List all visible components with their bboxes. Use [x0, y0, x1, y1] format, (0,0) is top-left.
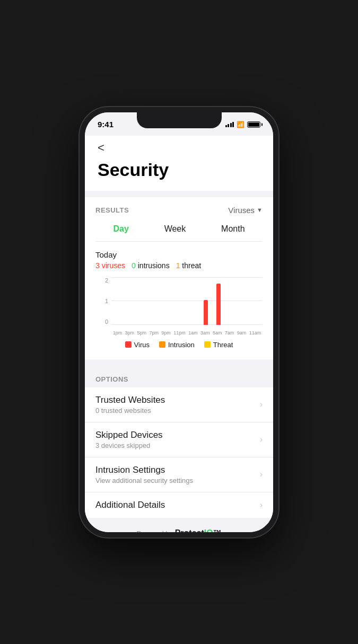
chevron-down-icon: ▼: [257, 207, 263, 213]
legend-threat-label: Threat: [213, 341, 233, 349]
skipped-devices-row[interactable]: Skipped Devices 3 devices skipped ›: [85, 422, 273, 457]
x-label-9: 7am: [225, 330, 234, 336]
results-label: RESULTS: [95, 206, 129, 214]
bar-chart: 2 1 0 1pm3pm5pm7pm9pm11pm1am3am5am7am9am…: [95, 277, 263, 336]
x-label-0: 1pm: [113, 330, 123, 336]
wifi-icon: 📶: [237, 121, 245, 128]
brand-name: ProtectIQ™: [175, 528, 222, 532]
intrusion-stat: 0 intrusions: [132, 261, 170, 270]
x-label-6: 1am: [188, 330, 198, 336]
virus-stat: 3 viruses: [95, 261, 125, 270]
tab-week[interactable]: Week: [159, 222, 191, 236]
tab-month[interactable]: Month: [216, 222, 250, 236]
footer: Powered by ProtectIQ™: [85, 518, 273, 532]
results-card: RESULTS Viruses ▼ Day Week Month Today: [85, 197, 273, 359]
powered-by-text: Powered by: [136, 530, 173, 532]
signal-icon: [225, 121, 234, 127]
bar-7: [204, 300, 208, 325]
page-title: Security: [98, 160, 260, 180]
y-axis-labels: 2 1 0: [95, 277, 110, 325]
additional-details-title: Additional Details: [95, 500, 165, 510]
phone-shell: 9:41 📶 < Security: [80, 107, 278, 537]
bar-slot-0: [111, 277, 124, 325]
skipped-devices-chevron: ›: [260, 435, 263, 444]
screen: 9:41 📶 < Security: [85, 112, 273, 532]
x-label-11: 11am: [249, 330, 261, 336]
threat-stat: 1 threat: [176, 261, 202, 270]
x-label-2: 5pm: [137, 330, 147, 336]
bar-slot-3: [149, 277, 162, 325]
tab-day[interactable]: Day: [108, 222, 134, 236]
legend-intrusion: Intrusion: [159, 341, 195, 349]
chart-legend: Virus Intrusion Threat: [95, 341, 263, 349]
bar-slot-1: [124, 277, 137, 325]
options-section: OPTIONS Trusted Websites 0 trusted websi…: [85, 368, 273, 518]
x-label-5: 11pm: [173, 330, 186, 336]
filter-label: Viruses: [228, 206, 255, 215]
x-label-10: 9am: [237, 330, 247, 336]
bar-slot-2: [137, 277, 150, 325]
today-label: Today: [95, 250, 263, 259]
trusted-websites-content: Trusted Websites 0 trusted websites: [95, 395, 165, 414]
intrusion-settings-title: Intrusion Settings: [95, 465, 193, 475]
bar-slot-11: [250, 277, 263, 325]
bar-slot-9: [225, 277, 238, 325]
notch: [137, 112, 222, 128]
results-header: RESULTS Viruses ▼: [95, 206, 263, 215]
additional-details-chevron: ›: [260, 500, 263, 510]
x-label-1: 3pm: [125, 330, 135, 336]
status-time: 9:41: [98, 119, 113, 129]
legend-threat: Threat: [204, 341, 233, 349]
threat-color-dot: [204, 341, 211, 348]
skipped-devices-content: Skipped Devices 3 devices skipped: [95, 430, 163, 449]
intrusion-settings-content: Intrusion Settings View additional secur…: [95, 465, 193, 484]
options-header: OPTIONS: [85, 368, 273, 387]
x-axis-labels: 1pm3pm5pm7pm9pm11pm1am3am5am7am9am11am: [111, 330, 263, 336]
bar-slot-5: [174, 277, 187, 325]
bar-8: [216, 284, 221, 325]
bar-slot-6: [187, 277, 200, 325]
x-label-4: 9pm: [161, 330, 171, 336]
trusted-websites-row[interactable]: Trusted Websites 0 trusted websites ›: [85, 387, 273, 422]
legend-virus-label: Virus: [134, 341, 150, 349]
trusted-websites-subtitle: 0 trusted websites: [95, 407, 165, 414]
y-label-1: 1: [95, 298, 110, 304]
y-label-0: 0: [95, 319, 110, 325]
status-icons: 📶: [225, 119, 261, 128]
bars-area: [111, 277, 263, 325]
intrusion-settings-subtitle: View additional security settings: [95, 477, 193, 484]
back-button[interactable]: <: [98, 136, 104, 157]
trusted-websites-chevron: ›: [260, 400, 263, 409]
legend-virus: Virus: [125, 341, 150, 349]
y-label-2: 2: [95, 277, 110, 284]
skipped-devices-title: Skipped Devices: [95, 430, 163, 440]
x-label-3: 7pm: [149, 330, 159, 336]
today-stats: 3 viruses 0 intrusions 1 threat: [95, 261, 263, 270]
bar-slot-4: [162, 277, 174, 325]
battery-icon: [247, 121, 260, 128]
skipped-devices-subtitle: 3 devices skipped: [95, 442, 163, 449]
x-label-8: 5am: [213, 330, 222, 336]
intrusion-settings-chevron: ›: [260, 470, 263, 479]
trusted-websites-title: Trusted Websites: [95, 395, 165, 405]
additional-details-row[interactable]: Additional Details ›: [85, 492, 273, 518]
bar-slot-10: [238, 277, 250, 325]
bar-slot-8: [212, 277, 225, 325]
header-section: < Security: [85, 136, 273, 191]
x-label-7: 3am: [200, 330, 210, 336]
filter-dropdown[interactable]: Viruses ▼: [228, 206, 263, 215]
intrusion-settings-row[interactable]: Intrusion Settings View additional secur…: [85, 457, 273, 492]
additional-details-content: Additional Details: [95, 500, 165, 510]
virus-color-dot: [125, 341, 132, 348]
bar-slot-7: [199, 277, 212, 325]
legend-intrusion-label: Intrusion: [168, 341, 195, 349]
period-tabs: Day Week Month: [95, 222, 263, 242]
brand-highlight: IQ: [204, 528, 213, 532]
intrusion-color-dot: [159, 341, 165, 348]
